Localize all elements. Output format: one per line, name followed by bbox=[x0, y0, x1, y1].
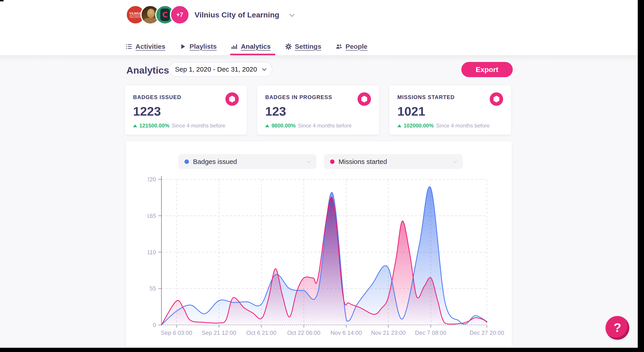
svg-text:Sep 21 12:00: Sep 21 12:00 bbox=[202, 330, 236, 336]
badge-logo-icon: C bbox=[160, 8, 170, 21]
nav-item-settings[interactable]: Settings bbox=[285, 38, 321, 55]
gear-icon bbox=[285, 43, 292, 50]
nav-item-playlists[interactable]: Playlists bbox=[180, 38, 217, 55]
play-icon bbox=[180, 43, 186, 50]
triangle-up-icon bbox=[265, 124, 269, 127]
analytics-line-chart: Sep 6 03:00Sep 21 12:00Oct 6 21:00Oct 22… bbox=[148, 175, 512, 336]
stat-delta-value: 9800.00% bbox=[272, 122, 296, 129]
triangle-up-icon bbox=[133, 124, 137, 127]
page-title: Analytics bbox=[126, 65, 169, 76]
export-button[interactable]: Export bbox=[461, 62, 513, 77]
svg-text:220: 220 bbox=[148, 176, 156, 183]
app-header: VILNIUS city of learning C +7 Vilnius Ci… bbox=[0, 0, 638, 56]
main-nav: Activities Playlists Analytics bbox=[126, 38, 368, 55]
stat-delta-row: 9800.00% Since 4 months before bbox=[265, 122, 352, 129]
screen-edge-bar-bottom bbox=[0, 348, 644, 352]
header-shadow bbox=[0, 56, 638, 61]
stat-delta-since: Since 4 months before bbox=[172, 122, 226, 129]
stat-value: 1223 bbox=[133, 104, 239, 118]
chevron-down-icon bbox=[262, 66, 267, 71]
stat-delta-since: Since 4 months before bbox=[436, 122, 490, 129]
stat-card-badges-in-progress: BADGES IN PROGRESS 123 9800.00% Since 4 … bbox=[257, 85, 379, 135]
svg-text:55: 55 bbox=[150, 285, 156, 292]
stat-delta-value: 121500.00% bbox=[139, 122, 170, 129]
chevron-down-icon bbox=[453, 159, 457, 163]
avatar-torso-shape bbox=[144, 18, 158, 24]
analytics-chart-card: Badges issued Missions started Sep 6 03:… bbox=[126, 141, 512, 348]
svg-text:Oct 22 06:00: Oct 22 06:00 bbox=[287, 330, 320, 336]
svg-text:0: 0 bbox=[153, 322, 156, 328]
svg-text:Dec 7 08:00: Dec 7 08:00 bbox=[415, 330, 446, 336]
stat-card-missions-started: MISSIONS STARTED 1021 102000.00% Since 4… bbox=[389, 85, 512, 135]
series-selector-missions-started[interactable]: Missions started bbox=[324, 154, 463, 169]
nav-item-analytics[interactable]: Analytics bbox=[231, 38, 270, 55]
screen-edge-bar-right bbox=[638, 0, 644, 352]
stat-label: BADGES IN PROGRESS bbox=[265, 94, 371, 100]
series-dot-blue bbox=[184, 160, 189, 164]
badge-hexagon-icon bbox=[358, 92, 371, 106]
svg-text:Nov 21 23:00: Nov 21 23:00 bbox=[371, 330, 406, 336]
svg-text:Oct 6 21:00: Oct 6 21:00 bbox=[246, 330, 276, 336]
badge-hexagon-icon bbox=[490, 92, 503, 106]
svg-text:110: 110 bbox=[148, 249, 156, 256]
series-selector-badges-issued[interactable]: Badges issued bbox=[178, 154, 316, 169]
stat-value: 123 bbox=[265, 104, 371, 118]
avatar-stack[interactable]: VILNIUS city of learning C +7 bbox=[126, 5, 190, 24]
stat-delta-row: 121500.00% Since 4 months before bbox=[133, 122, 226, 129]
stat-label: MISSIONS STARTED bbox=[397, 94, 503, 100]
screen-corner-artifact bbox=[0, 0, 4, 1]
avatar-more-count[interactable]: +7 bbox=[170, 5, 190, 24]
badge-hexagon-icon bbox=[226, 92, 239, 106]
date-range-picker[interactable]: Sep 1, 2020 - Dec 31, 2020 bbox=[168, 62, 272, 77]
avatar-logo-text: VILNIUS bbox=[130, 12, 142, 15]
triangle-up-icon bbox=[397, 124, 402, 127]
avatar-face-shape bbox=[147, 9, 155, 18]
help-button[interactable]: ? bbox=[606, 316, 629, 340]
svg-text:Nov 6 14:00: Nov 6 14:00 bbox=[330, 330, 362, 336]
date-range-value: Sep 1, 2020 - Dec 31, 2020 bbox=[175, 66, 257, 73]
chevron-down-icon bbox=[306, 159, 310, 163]
stat-delta-since: Since 4 months before bbox=[298, 122, 352, 129]
question-mark-icon: ? bbox=[614, 320, 621, 335]
nav-item-activities[interactable]: Activities bbox=[126, 38, 165, 55]
svg-text:165: 165 bbox=[148, 212, 156, 219]
series-selector-label: Missions started bbox=[338, 158, 454, 166]
nav-item-people[interactable]: People bbox=[336, 38, 368, 55]
series-selector-label: Badges issued bbox=[193, 158, 307, 166]
stat-delta-value: 102000.00% bbox=[404, 122, 434, 129]
chevron-down-icon[interactable] bbox=[289, 12, 295, 17]
list-icon bbox=[126, 43, 132, 50]
svg-text:Dec 27 20:00: Dec 27 20:00 bbox=[470, 330, 504, 336]
more-count-label: +7 bbox=[176, 12, 183, 18]
series-dot-pink bbox=[330, 160, 334, 164]
stat-label: BADGES ISSUED bbox=[133, 94, 239, 100]
stat-value: 1021 bbox=[397, 104, 503, 118]
stats-cards-row: BADGES ISSUED 1223 121500.00% Since 4 mo… bbox=[125, 85, 512, 135]
org-brand: VILNIUS city of learning C +7 Vilnius Ci… bbox=[126, 5, 294, 24]
stat-delta-row: 102000.00% Since 4 months before bbox=[397, 122, 490, 129]
bar-chart-icon bbox=[231, 43, 238, 50]
stat-card-badges-issued: BADGES ISSUED 1223 121500.00% Since 4 mo… bbox=[125, 85, 247, 135]
org-title: Vilnius City of Learning bbox=[194, 10, 279, 19]
people-icon bbox=[336, 43, 342, 50]
svg-text:Sep 6 03:00: Sep 6 03:00 bbox=[161, 330, 192, 336]
